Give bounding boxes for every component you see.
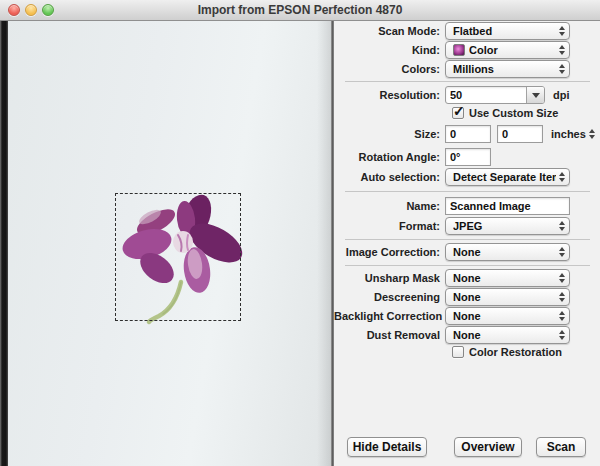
dust-removal-value: None xyxy=(453,329,556,341)
popup-arrows-icon xyxy=(559,311,565,321)
popup-arrows-icon xyxy=(559,45,565,55)
separator xyxy=(345,81,590,82)
popup-arrows-icon xyxy=(559,64,565,74)
resolution-unit: dpi xyxy=(553,89,570,101)
size-row: Size: inches xyxy=(334,125,600,143)
name-label: Name: xyxy=(334,200,445,212)
kind-popup[interactable]: Color xyxy=(445,41,570,59)
unsharp-mask-row: Unsharp Mask None xyxy=(334,269,600,287)
zoom-button[interactable] xyxy=(42,4,54,16)
close-button[interactable] xyxy=(8,4,20,16)
rotation-angle-label: Rotation Angle: xyxy=(334,151,445,163)
scan-mode-row: Scan Mode: Flatbed xyxy=(334,22,600,40)
resolution-label: Resolution: xyxy=(334,89,445,101)
popup-arrows-icon xyxy=(559,26,565,36)
dust-removal-label: Dust Removal xyxy=(334,329,445,341)
color-photo-icon xyxy=(453,44,465,56)
resolution-dropdown-button[interactable] xyxy=(526,87,544,103)
name-input[interactable] xyxy=(445,197,570,215)
size-label: Size: xyxy=(334,128,445,140)
backlight-correction-value: None xyxy=(453,310,556,322)
scan-mode-label: Scan Mode: xyxy=(334,25,445,37)
scan-button-label: Scan xyxy=(547,440,576,454)
kind-label: Kind: xyxy=(334,44,445,56)
descreening-label: Descreening xyxy=(334,291,445,303)
overview-button-label: Overview xyxy=(461,440,514,454)
auto-selection-label: Auto selection: xyxy=(334,171,445,183)
scan-preview-area[interactable] xyxy=(0,21,331,466)
colors-row: Colors: Millions xyxy=(334,60,600,78)
scan-mode-popup[interactable]: Flatbed xyxy=(445,22,570,40)
panel-divider xyxy=(331,21,334,466)
scan-selection-marquee[interactable] xyxy=(115,193,241,321)
popup-arrows-icon xyxy=(559,273,565,283)
descreening-value: None xyxy=(453,291,556,303)
color-restoration-checkbox[interactable] xyxy=(452,346,464,358)
popup-arrows-icon xyxy=(559,172,565,182)
separator xyxy=(345,239,590,240)
backlight-correction-row: Backlight Correction None xyxy=(334,307,600,325)
use-custom-size-label: Use Custom Size xyxy=(469,107,558,119)
size-width-input[interactable] xyxy=(445,125,491,143)
image-correction-popup[interactable]: None xyxy=(445,243,570,261)
format-value: JPEG xyxy=(453,220,556,232)
format-label: Format: xyxy=(334,220,445,232)
use-custom-size-checkbox[interactable]: ✓ xyxy=(452,107,464,119)
descreening-popup[interactable]: None xyxy=(445,288,570,306)
backlight-correction-label: Backlight Correction xyxy=(334,310,445,322)
popup-arrows-icon xyxy=(559,221,565,231)
unsharp-mask-label: Unsharp Mask xyxy=(334,272,445,284)
popup-arrows-icon xyxy=(559,247,565,257)
minimize-button[interactable] xyxy=(25,4,37,16)
descreening-row: Descreening None xyxy=(334,288,600,306)
image-correction-value: None xyxy=(453,246,556,258)
popup-arrows-icon xyxy=(559,330,565,340)
image-correction-label: Image Correction: xyxy=(334,246,445,258)
size-unit-popup[interactable]: inches xyxy=(551,128,586,140)
color-restoration-label: Color Restoration xyxy=(469,346,562,358)
rotation-angle-row: Rotation Angle: xyxy=(334,148,600,166)
preview-edge-shade xyxy=(317,21,331,466)
overview-button[interactable]: Overview xyxy=(454,437,522,457)
rotation-angle-input[interactable] xyxy=(445,148,491,166)
backlight-correction-popup[interactable]: None xyxy=(445,307,570,325)
separator xyxy=(345,265,590,266)
name-row: Name: xyxy=(334,197,600,215)
colors-label: Colors: xyxy=(334,63,445,75)
settings-panel: Scan Mode: Flatbed Kind: Color Colors: M… xyxy=(334,21,600,466)
popup-arrows-icon xyxy=(589,129,595,139)
separator xyxy=(345,191,590,192)
unsharp-mask-value: None xyxy=(453,272,556,284)
color-restoration-row: Color Restoration xyxy=(334,345,600,359)
colors-value: Millions xyxy=(453,63,556,75)
auto-selection-value: Detect Separate Items xyxy=(453,171,556,183)
resolution-combo xyxy=(445,86,545,104)
colors-popup[interactable]: Millions xyxy=(445,60,570,78)
resolution-row: Resolution: dpi xyxy=(334,86,600,104)
resolution-input[interactable] xyxy=(446,87,526,103)
format-popup[interactable]: JPEG xyxy=(445,217,570,235)
kind-row: Kind: Color xyxy=(334,41,600,59)
dust-removal-popup[interactable]: None xyxy=(445,326,570,344)
scan-mode-value: Flatbed xyxy=(453,25,556,37)
use-custom-size-row: ✓ Use Custom Size xyxy=(334,106,600,120)
popup-arrows-icon xyxy=(559,292,565,302)
size-unit-value: inches xyxy=(551,128,586,140)
hide-details-button[interactable]: Hide Details xyxy=(347,437,427,457)
import-window: Import from EPSON Perfection 4870 xyxy=(0,0,600,466)
dropdown-arrow-icon xyxy=(532,93,540,98)
dust-removal-row: Dust Removal None xyxy=(334,326,600,344)
auto-selection-popup[interactable]: Detect Separate Items xyxy=(445,168,570,186)
unsharp-mask-popup[interactable]: None xyxy=(445,269,570,287)
titlebar[interactable]: Import from EPSON Perfection 4870 xyxy=(0,0,600,21)
format-row: Format: JPEG xyxy=(334,217,600,235)
auto-selection-row: Auto selection: Detect Separate Items xyxy=(334,168,600,186)
image-correction-row: Image Correction: None xyxy=(334,243,600,261)
window-title: Import from EPSON Perfection 4870 xyxy=(0,0,600,20)
hide-details-button-label: Hide Details xyxy=(353,440,422,454)
kind-value: Color xyxy=(469,44,556,56)
checkmark-icon: ✓ xyxy=(453,103,465,119)
size-height-input[interactable] xyxy=(497,125,543,143)
scan-button[interactable]: Scan xyxy=(536,437,586,457)
